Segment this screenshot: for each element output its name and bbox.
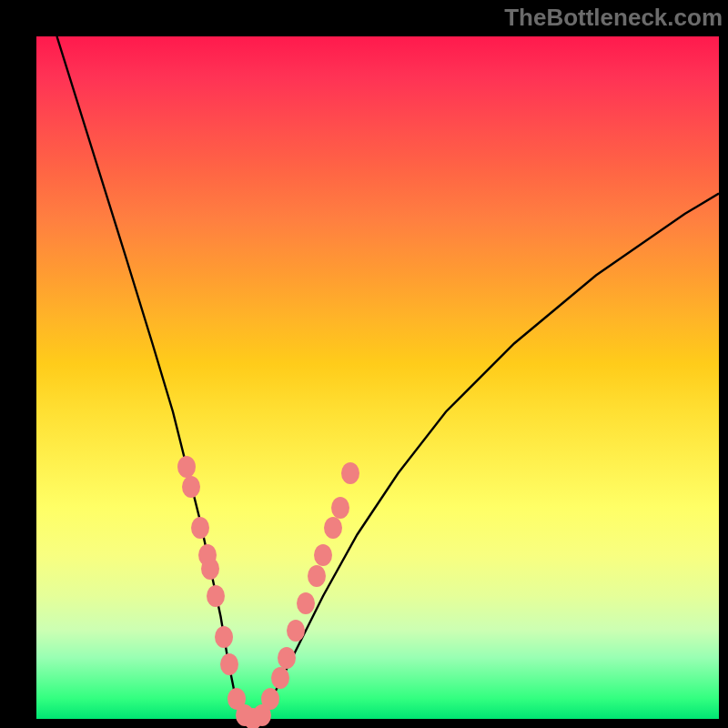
watermark-text: TheBottleneck.com xyxy=(504,4,723,32)
curve-svg xyxy=(36,36,719,719)
plot-area xyxy=(36,36,719,719)
bottleneck-curve-path xyxy=(57,36,720,719)
